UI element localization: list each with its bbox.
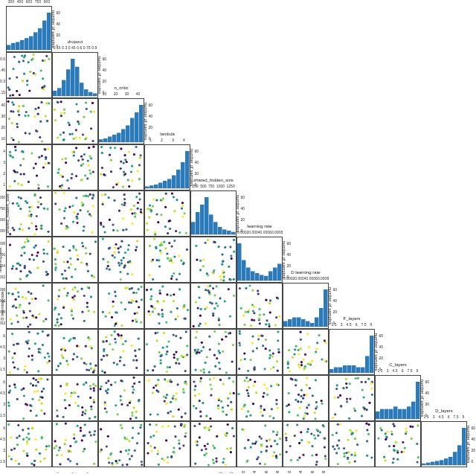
hist-title-D_layers: D_layers (422, 409, 466, 413)
svg-point-1154 (14, 386, 16, 388)
scatter-D_learning_rate-vs-learning_rate (237, 283, 283, 329)
scatter-D_layers-vs-dropout: 0.150.30.450.60.750.9dropout (52, 421, 98, 467)
svg-point-573 (166, 252, 168, 254)
svg-point-202 (81, 179, 83, 181)
svg-point-387 (169, 228, 171, 230)
svg-point-448 (26, 238, 28, 240)
svg-point-696 (54, 324, 57, 327)
svg-point-862 (242, 315, 245, 317)
svg-point-1696 (300, 439, 303, 441)
svg-point-931 (88, 369, 90, 371)
svg-point-715 (136, 312, 138, 314)
svg-point-92 (24, 115, 26, 117)
svg-point-1666 (247, 439, 249, 441)
svg-point-930 (56, 368, 58, 371)
svg-point-884 (26, 371, 28, 374)
svg-point-688 (88, 310, 90, 312)
svg-point-1680 (259, 435, 261, 438)
svg-point-597 (195, 245, 197, 247)
svg-point-483 (62, 246, 65, 248)
svg-rect-1458 (385, 409, 389, 419)
svg-point-1284 (177, 383, 179, 385)
svg-point-151 (37, 184, 39, 186)
svg-point-1746 (348, 461, 350, 464)
svg-point-1266 (148, 379, 150, 382)
svg-point-1493 (18, 463, 20, 465)
svg-point-1403 (306, 377, 308, 379)
svg-point-405 (147, 228, 149, 231)
svg-point-1022 (160, 362, 162, 365)
svg-point-1799 (386, 431, 388, 433)
svg-point-1321 (199, 411, 202, 413)
svg-point-1098 (258, 335, 260, 337)
svg-point-453 (19, 278, 22, 281)
svg-point-1766 (335, 452, 338, 454)
svg-point-1312 (228, 377, 231, 379)
svg-point-572 (183, 262, 185, 264)
svg-point-239 (100, 146, 103, 148)
svg-point-1047 (213, 330, 216, 333)
svg-point-826 (243, 324, 245, 326)
svg-point-899 (13, 366, 16, 368)
svg-point-965 (132, 359, 135, 362)
svg-point-40 (26, 83, 28, 86)
svg-point-1674 (264, 463, 266, 465)
scatter-lambda-vs-batch_size: 1234lambda (6, 144, 52, 190)
svg-point-1472 (48, 445, 50, 447)
svg-point-976 (114, 338, 116, 340)
svg-point-1519 (94, 441, 97, 443)
svg-point-1009 (146, 343, 148, 345)
svg-point-1018 (173, 356, 176, 359)
svg-point-1790 (393, 445, 395, 447)
svg-point-782 (178, 288, 181, 290)
svg-point-174 (16, 171, 19, 173)
svg-rect-1457 (380, 409, 385, 419)
svg-point-1440 (355, 377, 357, 379)
svg-point-620 (229, 246, 231, 248)
svg-rect-55 (80, 83, 84, 96)
svg-point-797 (216, 305, 219, 307)
svg-point-104 (90, 111, 92, 113)
svg-point-1195 (81, 414, 83, 416)
svg-point-1153 (36, 390, 39, 392)
svg-point-740 (111, 316, 113, 318)
svg-point-1109 (324, 359, 326, 362)
svg-point-16 (26, 80, 28, 82)
svg-point-1215 (70, 395, 72, 397)
svg-point-47 (28, 61, 30, 63)
svg-point-681 (77, 290, 79, 292)
svg-rect-1145 (347, 365, 352, 373)
svg-point-256 (110, 170, 112, 173)
svg-point-356 (113, 199, 115, 202)
svg-point-493 (61, 273, 63, 275)
svg-point-1688 (274, 440, 276, 442)
svg-point-945 (89, 362, 91, 365)
svg-point-236 (109, 147, 112, 149)
svg-point-1703 (314, 438, 316, 440)
svg-point-1396 (291, 378, 293, 380)
svg-point-248 (131, 179, 133, 182)
svg-point-1300 (167, 411, 170, 414)
scatter-D_layers-vs-batch_size: 1.534.56D_layers300450600750900batch_siz… (6, 421, 52, 467)
svg-point-1712 (324, 458, 327, 460)
svg-point-970 (106, 354, 108, 356)
svg-point-1615 (178, 443, 180, 445)
scatter-C_layers-vs-F_layers (329, 375, 375, 421)
svg-point-345 (91, 197, 94, 199)
svg-point-421 (155, 199, 158, 201)
svg-point-1732 (298, 457, 300, 459)
svg-point-1040 (232, 344, 234, 346)
scatter-F_layers-vs-batch_size: 1.534.56F_layers (6, 329, 52, 375)
svg-point-658 (15, 307, 17, 309)
svg-point-1655 (226, 432, 228, 435)
svg-point-1794 (411, 426, 414, 428)
svg-point-272 (19, 228, 21, 230)
svg-point-543 (120, 240, 123, 243)
svg-point-226 (123, 162, 125, 164)
svg-point-1003 (175, 351, 177, 353)
svg-point-230 (135, 146, 138, 148)
svg-point-1603 (167, 425, 170, 427)
svg-point-1513 (60, 454, 62, 456)
svg-point-1445 (334, 413, 336, 415)
svg-point-1673 (254, 443, 257, 445)
